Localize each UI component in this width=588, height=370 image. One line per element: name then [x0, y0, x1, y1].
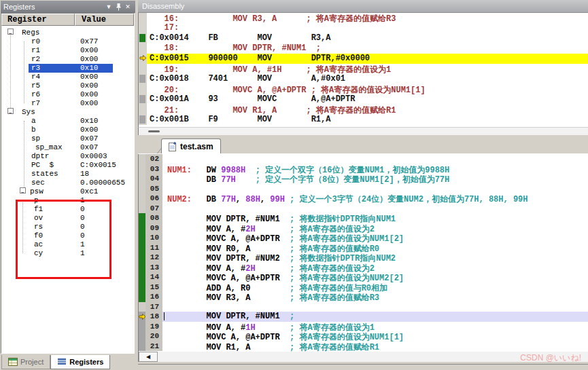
register-row-sp_max[interactable]: sp_max0x07 — [1, 143, 134, 152]
editor-line-20[interactable]: 20 MOVC A, @A+DPTR ; 将A寄存器的值设为NUM1[1] — [139, 331, 588, 341]
register-row-Regs[interactable]: −Regs — [1, 29, 134, 37]
disassembly-gutter[interactable] — [139, 115, 147, 125]
disassembly-line[interactable]: 20: MOVC A, @A+DPTR ; 将A寄存器的值设为NUM1[1] — [139, 84, 588, 94]
register-row-r4[interactable]: r40x00 — [1, 73, 134, 81]
code-marker[interactable] — [139, 331, 145, 341]
gutter-cell[interactable] — [139, 174, 145, 184]
disassembly-line[interactable]: C:0x0015 900000 MOV DPTR,#0x0000 — [139, 54, 588, 64]
code-text[interactable]: MOV R1, A ; 将A寄存器的值赋给R1 — [162, 341, 588, 352]
disassembly-line[interactable]: C:0x0014 FB MOV R3,A — [139, 33, 588, 43]
code-text[interactable]: MOVC A, @A+DPTR ; 将A寄存器的值设为NUM2[2] — [162, 272, 588, 282]
register-value[interactable]: 0x10 — [80, 64, 98, 73]
code-text[interactable]: MOVC A, @A+DPTR ; 将A寄存器的值设为NUM1[1] — [162, 331, 588, 341]
register-row-rs[interactable]: rs0 — [1, 223, 134, 232]
code-marker[interactable] — [139, 253, 145, 263]
code-text[interactable]: MOV A, #2H ; 将A寄存器的值设为2 — [162, 223, 588, 234]
register-value[interactable]: 0x07 — [80, 143, 98, 152]
register-value[interactable]: 0 — [80, 214, 85, 223]
register-value[interactable]: 0x00 — [80, 73, 98, 81]
register-row-Sys[interactable]: −Sys — [1, 108, 134, 117]
code-text[interactable]: MOV DPTR, #NUM1 ; 将数据指针DPTR指向NUM1 — [162, 213, 588, 223]
register-value[interactable]: 18 — [80, 170, 89, 179]
disassembly-gutter[interactable] — [139, 74, 147, 84]
tab-project[interactable]: Project — [1, 355, 50, 369]
register-value[interactable]: 0x0003 — [80, 152, 107, 161]
gutter-cell[interactable] — [139, 184, 145, 194]
code-marker[interactable] — [139, 272, 145, 282]
register-column-header[interactable]: Register — [1, 14, 75, 26]
tree-expander-icon[interactable]: − — [20, 187, 26, 193]
register-row-states[interactable]: states18 — [1, 170, 134, 179]
register-value[interactable]: 0 — [80, 205, 85, 214]
register-row-f0[interactable]: f00 — [1, 232, 134, 240]
editor-line-12[interactable]: 12 MOV DPTR, #NUM2 ; 将数据指针DPTR指向NUM2 — [139, 253, 588, 263]
register-row-r2[interactable]: r20x00 — [1, 55, 134, 64]
tree-expander-icon[interactable]: − — [7, 108, 14, 114]
code-text[interactable]: DB 77H ; 定义一个字节（8位）变量NUM1[2]，初始值为77H — [162, 174, 588, 184]
code-text[interactable] — [162, 302, 588, 312]
register-value[interactable]: 1 — [80, 196, 85, 205]
editor-line-19[interactable]: 19 MOV A, #1H ; 将A寄存器的值设为1 — [139, 322, 588, 332]
code-marker[interactable] — [139, 263, 145, 273]
disassembly-line[interactable]: C:0x001B F9 MOV R1,A — [139, 115, 588, 125]
registers-titlebar[interactable]: Registers ▼ ✕ — [1, 1, 135, 13]
editor-line-15[interactable]: 15 ADD A, R0 ; 将A寄存器的值与R0相加 — [139, 282, 588, 293]
editor-line-03[interactable]: 03NUM1: DW 9988H ; 定义一个双字（16位）变量NUM1，初始值… — [139, 164, 588, 174]
register-value[interactable]: 0x77 — [80, 37, 98, 46]
disassembly-gutter[interactable] — [139, 33, 147, 43]
disassembly-gutter[interactable] — [139, 43, 147, 54]
disassembly-line[interactable]: 17: — [139, 23, 588, 33]
register-row-b[interactable]: b0x00 — [1, 126, 134, 134]
disassembly-line[interactable]: 18: MOV DPTR, #NUM1 ; — [139, 43, 588, 54]
editor-line-21[interactable]: 21 MOV R1, A ; 将A寄存器的值赋给R1 — [139, 341, 588, 352]
tab-registers[interactable]: Registers — [50, 355, 110, 369]
disassembly-gutter[interactable] — [139, 23, 147, 33]
register-value[interactable]: 0.00000655 — [80, 179, 125, 187]
disassembly-gutter[interactable] — [139, 13, 147, 23]
disassembly-gutter[interactable] — [139, 94, 147, 105]
code-text[interactable]: MOV DPTR, #NUM1 ; — [162, 312, 588, 322]
editor-line-17[interactable]: 17 — [139, 302, 588, 312]
editor-hscrollbar[interactable]: ◀ CSDN @いいね! — [138, 352, 588, 362]
register-value[interactable]: 0 — [80, 232, 85, 240]
disassembly-line[interactable]: 21: MOV R1, A ; 将A寄存器的值赋给R1 — [139, 105, 588, 115]
register-row-r0[interactable]: r00x77 — [1, 37, 134, 46]
disassembly-hscrollbar[interactable] — [138, 127, 588, 135]
chevron-down-icon[interactable]: ▼ — [104, 2, 114, 12]
register-row-r7[interactable]: r70x00 — [1, 99, 134, 108]
register-row-cy[interactable]: cy1 — [1, 249, 134, 258]
register-row-sec[interactable]: sec0.00000655 — [1, 179, 134, 187]
gutter-cell[interactable] — [139, 154, 145, 164]
editor-line-06[interactable]: 06NUM2: DB 77H, 88H, 99H ; 定义一个3字节（24位）变… — [139, 193, 588, 204]
gutter-cell[interactable] — [139, 193, 145, 204]
editor-line-08[interactable]: 08 MOV DPTR, #NUM1 ; 将数据指针DPTR指向NUM1 — [139, 213, 588, 223]
code-text[interactable]: MOVC A, @A+DPTR ; 将A寄存器的值设为NUM1[2] — [162, 233, 588, 243]
register-value[interactable]: 0xc1 — [80, 187, 98, 196]
editor-line-09[interactable]: 09 MOV A, #2H ; 将A寄存器的值设为2 — [139, 223, 588, 234]
disassembly-gutter[interactable] — [139, 105, 147, 115]
code-marker[interactable] — [139, 233, 145, 243]
disassembly-line[interactable]: 16: MOV R3, A ; 将A寄存器的值赋给R3 — [139, 13, 588, 23]
disassembly-titlebar[interactable]: Disassembly — [138, 0, 588, 13]
editor-line-05[interactable]: 05 — [139, 184, 588, 194]
code-marker[interactable] — [139, 341, 145, 352]
editor-line-18[interactable]: 18 MOV DPTR, #NUM1 ; — [139, 312, 588, 322]
disassembly-line[interactable]: 19: MOV A, #1H ; 将A寄存器的值设为1 — [139, 64, 588, 74]
register-row-psw[interactable]: −psw0xc1 — [1, 187, 134, 196]
register-value[interactable]: 0x00 — [80, 90, 98, 99]
editor-line-04[interactable]: 04 DB 77H ; 定义一个字节（8位）变量NUM1[2]，初始值为77H — [139, 174, 588, 184]
code-text[interactable]: MOV DPTR, #NUM2 ; 将数据指针DPTR指向NUM2 — [162, 253, 588, 263]
register-row-r6[interactable]: r60x00 — [1, 90, 134, 99]
editor-line-02[interactable]: 02 — [139, 154, 588, 164]
code-marker[interactable] — [139, 243, 145, 253]
register-row-r5[interactable]: r50x00 — [1, 81, 134, 90]
tab-test-asm[interactable]: test.asm — [161, 138, 221, 154]
register-value[interactable]: 0x10 — [80, 117, 98, 126]
register-value[interactable]: 1 — [80, 240, 85, 249]
pin-icon[interactable] — [114, 2, 123, 12]
gutter-cell[interactable] — [139, 164, 145, 174]
register-value[interactable]: C:0x0015 — [80, 161, 116, 170]
code-marker[interactable] — [139, 322, 145, 332]
editor-line-16[interactable]: 16 MOV R3, A ; 将A寄存器的值赋给R3 — [139, 292, 588, 302]
code-text[interactable]: NUM1: DW 9988H ; 定义一个双字（16位）变量NUM1，初始值为9… — [162, 164, 588, 174]
